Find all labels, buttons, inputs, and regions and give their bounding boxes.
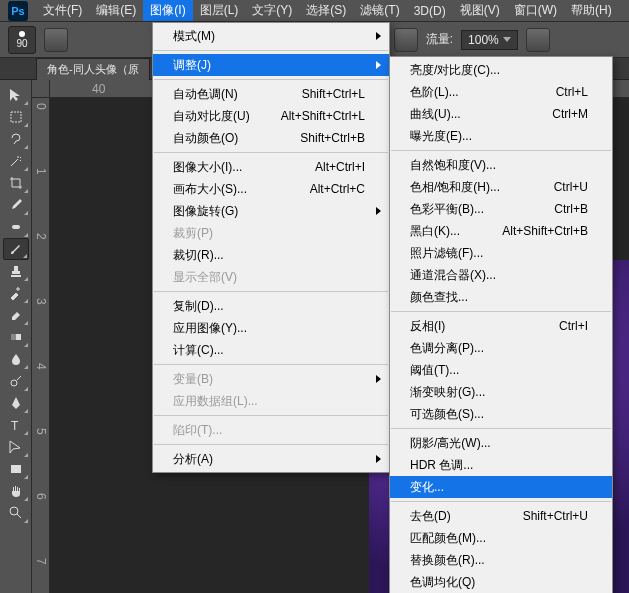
menu-3d[interactable]: 3D(D) [407, 2, 453, 20]
menu-adjust-item[interactable]: 匹配颜色(M)... [390, 527, 612, 549]
menu-image-item[interactable]: 自动对比度(U)Alt+Shift+Ctrl+L [153, 105, 389, 127]
tool-pen[interactable] [3, 392, 29, 414]
menu-item-label: 复制(D)... [173, 298, 224, 315]
menu-adjust-item[interactable]: 阈值(T)... [390, 359, 612, 381]
menu-adjust-item[interactable]: 照片滤镜(F)... [390, 242, 612, 264]
menu-image-item[interactable]: 图像大小(I)...Alt+Ctrl+I [153, 156, 389, 178]
tool-crop[interactable] [3, 172, 29, 194]
tool-stamp[interactable] [3, 260, 29, 282]
tool-heal[interactable] [3, 216, 29, 238]
tool-dodge[interactable] [3, 370, 29, 392]
menu-filter[interactable]: 滤镜(T) [353, 0, 406, 21]
menu-adjust-item[interactable]: 阴影/高光(W)... [390, 432, 612, 454]
tool-hand[interactable] [3, 480, 29, 502]
chevron-down-icon [503, 37, 511, 42]
menu-image[interactable]: 图像(I) [143, 0, 192, 21]
menu-image-item[interactable]: 复制(D)... [153, 295, 389, 317]
tool-history[interactable] [3, 282, 29, 304]
menu-adjust-item[interactable]: 色相/饱和度(H)...Ctrl+U [390, 176, 612, 198]
menu-image-dropdown: 模式(M)调整(J)自动色调(N)Shift+Ctrl+L自动对比度(U)Alt… [152, 22, 390, 473]
tool-zoom[interactable] [3, 502, 29, 524]
tool-eyedropper[interactable] [3, 194, 29, 216]
tool-marquee[interactable] [3, 106, 29, 128]
menu-adjust-item[interactable]: 黑白(K)...Alt+Shift+Ctrl+B [390, 220, 612, 242]
pressure-opacity-toggle[interactable] [394, 28, 418, 52]
menu-image-item[interactable]: 自动颜色(O)Shift+Ctrl+B [153, 127, 389, 149]
menu-adjust-item[interactable]: 变化... [390, 476, 612, 498]
tool-rect[interactable] [3, 458, 29, 480]
tool-blur[interactable] [3, 348, 29, 370]
menu-select[interactable]: 选择(S) [299, 0, 353, 21]
menu-adjust-item[interactable]: 亮度/对比度(C)... [390, 59, 612, 81]
ruler-mark: 5 [34, 428, 48, 435]
airbrush-toggle[interactable] [526, 28, 550, 52]
menu-adjust-item[interactable]: 曲线(U)...Ctrl+M [390, 103, 612, 125]
tool-gradient[interactable] [3, 326, 29, 348]
menu-image-item[interactable]: 调整(J) [153, 54, 389, 76]
menu-help[interactable]: 帮助(H) [564, 0, 619, 21]
menu-adjust-item[interactable]: 渐变映射(G)... [390, 381, 612, 403]
menu-adjust-item[interactable]: 去色(D)Shift+Ctrl+U [390, 505, 612, 527]
menu-adjust-item[interactable]: 通道混合器(X)... [390, 264, 612, 286]
menu-item-label: 可选颜色(S)... [410, 406, 484, 423]
menu-shortcut: Ctrl+M [536, 107, 588, 121]
menu-separator [391, 311, 611, 312]
menu-adjust-item[interactable]: HDR 色调... [390, 454, 612, 476]
menu-adjust-item[interactable]: 色阶(L)...Ctrl+L [390, 81, 612, 103]
menu-adjust-item[interactable]: 自然饱和度(V)... [390, 154, 612, 176]
submenu-arrow-icon [376, 207, 381, 215]
menu-item-label: 模式(M) [173, 28, 215, 45]
menu-image-item[interactable]: 自动色调(N)Shift+Ctrl+L [153, 83, 389, 105]
menu-adjust-item[interactable]: 曝光度(E)... [390, 125, 612, 147]
ps-logo[interactable]: Ps [8, 1, 28, 21]
menu-shortcut: Ctrl+I [543, 319, 588, 333]
ruler-mark: 3 [34, 298, 48, 305]
ruler-mark: 40 [92, 82, 105, 96]
menu-item-label: HDR 色调... [410, 457, 473, 474]
ruler-mark: 6 [34, 493, 48, 500]
menu-image-item[interactable]: 应用图像(Y)... [153, 317, 389, 339]
menu-window[interactable]: 窗口(W) [507, 0, 564, 21]
menu-item-label: 色调均化(Q) [410, 574, 475, 591]
tool-path[interactable] [3, 436, 29, 458]
menu-image-item: 裁剪(P) [153, 222, 389, 244]
menu-adjust-item[interactable]: 可选颜色(S)... [390, 403, 612, 425]
menu-adjust-item[interactable]: 色彩平衡(B)...Ctrl+B [390, 198, 612, 220]
menu-image-item: 应用数据组(L)... [153, 390, 389, 412]
brush-panel-toggle[interactable] [44, 28, 68, 52]
flow-value[interactable]: 100% [461, 30, 518, 50]
tool-type[interactable]: T [3, 414, 29, 436]
menu-item-label: 图像旋转(G) [173, 203, 238, 220]
menu-image-item[interactable]: 画布大小(S)...Alt+Ctrl+C [153, 178, 389, 200]
tool-move[interactable] [3, 84, 29, 106]
menu-image-item[interactable]: 分析(A) [153, 448, 389, 470]
doc-tab[interactable]: 角色-同人头像（原 [36, 58, 150, 80]
tool-brush[interactable] [3, 238, 29, 260]
ruler-corner [32, 80, 50, 98]
menu-view[interactable]: 视图(V) [453, 0, 507, 21]
menu-item-label: 颜色查找... [410, 289, 468, 306]
menu-separator [154, 152, 388, 153]
brush-preset[interactable]: 90 [8, 26, 36, 54]
tool-wand[interactable] [3, 150, 29, 172]
menu-adjust-item[interactable]: 替换颜色(R)... [390, 549, 612, 571]
menu-type[interactable]: 文字(Y) [245, 0, 299, 21]
menu-item-label: 黑白(K)... [410, 223, 460, 240]
menu-adjust-item[interactable]: 颜色查找... [390, 286, 612, 308]
flow-label: 流量: [426, 31, 453, 48]
menu-image-item[interactable]: 裁切(R)... [153, 244, 389, 266]
menu-image-item[interactable]: 模式(M) [153, 25, 389, 47]
tool-eraser[interactable] [3, 304, 29, 326]
menu-shortcut: Shift+Ctrl+B [284, 131, 365, 145]
menu-image-item[interactable]: 计算(C)... [153, 339, 389, 361]
menu-layer[interactable]: 图层(L) [193, 0, 246, 21]
menu-adjust-item[interactable]: 反相(I)Ctrl+I [390, 315, 612, 337]
menu-edit[interactable]: 编辑(E) [89, 0, 143, 21]
ruler-mark: 2 [34, 233, 48, 240]
menu-adjust-item[interactable]: 色调分离(P)... [390, 337, 612, 359]
menu-item-label: 自动对比度(U) [173, 108, 250, 125]
tool-lasso[interactable] [3, 128, 29, 150]
menu-image-item[interactable]: 图像旋转(G) [153, 200, 389, 222]
menu-file[interactable]: 文件(F) [36, 0, 89, 21]
menu-adjust-item[interactable]: 色调均化(Q) [390, 571, 612, 593]
